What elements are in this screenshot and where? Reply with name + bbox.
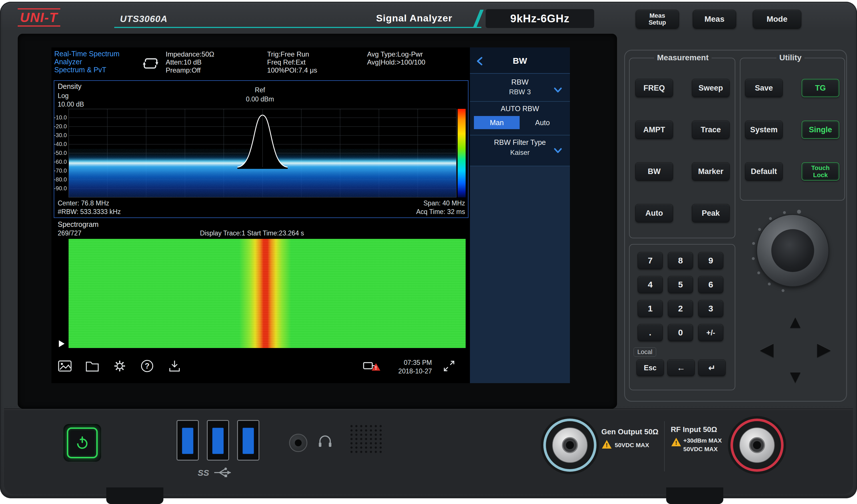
gen-output-connector-hole <box>566 441 574 449</box>
rf-input-warning-icon: ! <box>671 437 682 448</box>
settings-gear-icon[interactable] <box>112 358 128 374</box>
knob-tick <box>769 217 772 220</box>
arrow-down-button[interactable]: ▼ <box>786 367 804 386</box>
continuous-sweep-icon[interactable] <box>141 55 160 72</box>
mode-button[interactable]: Mode <box>753 10 801 29</box>
peak-button[interactable]: Peak <box>692 204 729 222</box>
span-readout[interactable]: Span: 40 MHz <box>394 199 465 207</box>
knob-tick <box>752 257 755 260</box>
touch-lock-button[interactable]: Touch Lock <box>802 162 839 181</box>
center-freq-readout[interactable]: Center: 76.8 MHz <box>58 199 109 207</box>
headphone-icon <box>317 432 334 450</box>
menu-divider <box>470 101 570 102</box>
key-2[interactable]: 2 <box>668 300 693 317</box>
usb-port <box>207 420 229 460</box>
screenshot-icon[interactable] <box>57 358 72 374</box>
esc-key[interactable]: Esc <box>637 359 664 376</box>
bw-button[interactable]: BW <box>635 162 673 181</box>
mode-label-line1[interactable]: Real-Time Spectrum <box>54 50 119 58</box>
status-impedance: Impedance:50Ω <box>166 50 214 58</box>
usb-alert-icon[interactable]: ! <box>362 359 381 375</box>
fullscreen-icon[interactable] <box>441 358 457 374</box>
spectrogram-heatmap[interactable] <box>69 239 466 348</box>
y-tick: -60.0 <box>53 158 67 165</box>
knob-tick <box>758 228 761 231</box>
y-tick: -50.0 <box>53 150 67 156</box>
key-1[interactable]: 1 <box>638 300 663 317</box>
density-color-scale <box>458 109 466 198</box>
marker-button[interactable]: Marker <box>692 162 729 181</box>
model-number: UTS3060A <box>120 14 167 24</box>
status-trig: Trig:Free Run <box>267 50 309 58</box>
key-3[interactable]: 3 <box>698 300 723 317</box>
mode-label-line2[interactable]: Analyzer <box>54 58 82 66</box>
sweep-button[interactable]: Sweep <box>692 79 729 97</box>
density-scale-type[interactable]: Log <box>58 92 69 100</box>
auto-rbw-auto-option[interactable]: Auto <box>520 116 565 129</box>
status-atten: Atten:10 dB <box>166 58 201 66</box>
arrow-right-button[interactable]: ▶ <box>815 340 833 358</box>
gen-output-warning-text: 50VDC MAX <box>615 442 649 449</box>
key-decimal[interactable]: . <box>638 324 663 341</box>
speaker-grille <box>349 424 385 454</box>
auto-rbw-man-option[interactable]: Man <box>474 116 520 129</box>
y-tick: -10.0 <box>53 114 67 121</box>
knob-tick <box>757 271 760 274</box>
spectrum-plot <box>69 109 456 198</box>
save-button[interactable]: Save <box>745 79 783 97</box>
brand-logo: UNI-T <box>18 10 60 25</box>
rf-input-warning-text-2: 50VDC MAX <box>683 446 718 453</box>
menu-item-rbw-label[interactable]: RBW <box>470 78 570 87</box>
trace-button[interactable]: Trace <box>692 121 729 139</box>
brand-text: UNI-T <box>18 8 60 27</box>
default-button[interactable]: Default <box>745 162 783 181</box>
auto-button[interactable]: Auto <box>635 204 673 222</box>
arrow-up-button[interactable]: ▲ <box>786 313 804 331</box>
gen-output-label: Gen Output 50Ω <box>601 427 658 436</box>
folder-icon[interactable] <box>85 358 100 374</box>
tg-button[interactable]: TG <box>802 79 839 97</box>
key-4[interactable]: 4 <box>638 276 663 293</box>
soft-menu-empty-area <box>470 166 570 383</box>
clock-date: 2018-10-27 <box>386 367 432 375</box>
device-foot <box>666 487 723 504</box>
backspace-key[interactable]: ← <box>667 359 695 376</box>
meas-button[interactable]: Meas <box>693 10 736 29</box>
single-button[interactable]: Single <box>802 121 839 139</box>
usb-tab <box>212 428 224 454</box>
knob-tick <box>782 289 785 292</box>
ref-value[interactable]: 0.00 dBm <box>240 96 280 103</box>
meas-setup-button[interactable]: Meas Setup <box>636 10 679 29</box>
enter-key[interactable]: ↵ <box>698 359 726 376</box>
key-7[interactable]: 7 <box>638 252 663 269</box>
rbw-chevron-down-icon[interactable] <box>553 86 563 95</box>
ref-label[interactable]: Ref <box>240 86 280 94</box>
rf-input-warning-text-1: +30dBm MAX <box>683 437 722 444</box>
arrow-left-button[interactable]: ◀ <box>758 340 776 358</box>
power-button[interactable] <box>67 427 98 458</box>
rotary-knob-cap[interactable] <box>771 229 814 272</box>
key-plus-minus[interactable]: +/- <box>698 324 723 341</box>
ampt-button[interactable]: AMPT <box>635 121 673 139</box>
density-scale-value[interactable]: 10.00 dB <box>58 101 84 108</box>
knob-tick <box>783 211 786 214</box>
local-label: Local <box>634 348 656 356</box>
status-freq-ref: Freq Ref:Ext <box>267 58 306 66</box>
help-icon[interactable]: ? <box>139 358 155 374</box>
freq-button[interactable]: FREQ <box>635 79 673 97</box>
mode-label-line3[interactable]: Spectrum & PvT <box>54 66 106 74</box>
key-0[interactable]: 0 <box>668 324 693 341</box>
save-file-icon[interactable] <box>167 358 182 374</box>
status-preamp: Preamp:Off <box>166 66 201 74</box>
filter-chevron-down-icon[interactable] <box>553 147 563 155</box>
key-5[interactable]: 5 <box>668 276 693 293</box>
knob-tick <box>752 242 755 245</box>
key-9[interactable]: 9 <box>698 252 723 269</box>
system-button[interactable]: System <box>745 121 783 139</box>
play-icon[interactable] <box>59 340 65 347</box>
rf-input-connector-hole <box>753 441 761 449</box>
key-8[interactable]: 8 <box>668 252 693 269</box>
rbw-filter-type-label[interactable]: RBW Filter Type <box>470 138 570 147</box>
key-6[interactable]: 6 <box>698 276 723 293</box>
rf-input-label: RF Input 50Ω <box>671 425 717 434</box>
